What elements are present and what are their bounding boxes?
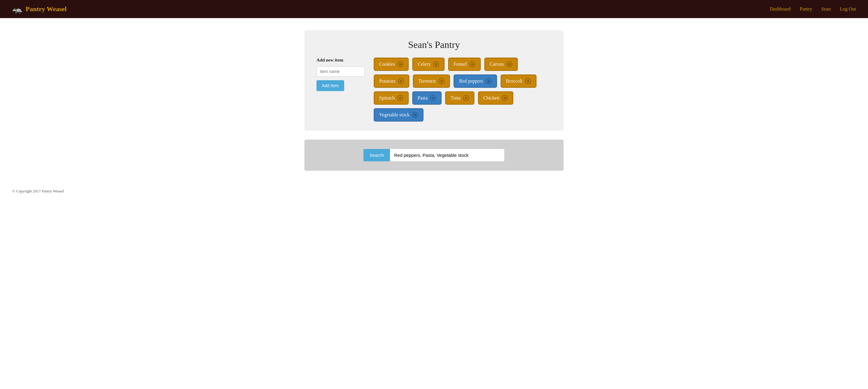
item-tag: Chicken⊗	[478, 91, 513, 104]
remove-item-icon[interactable]: ⊗	[430, 95, 436, 101]
item-name: Tuna	[451, 95, 460, 101]
footer: © Copyright 2017 Pantry Weasel	[0, 183, 868, 200]
item-name: Broccoli	[506, 79, 523, 84]
item-name: Potatoes	[379, 79, 396, 84]
item-name: Chicken	[484, 95, 499, 101]
remove-item-icon[interactable]: ⊗	[433, 61, 439, 67]
item-tag: Spinach⊗	[374, 91, 409, 104]
item-tag: Broccoli⊗	[501, 74, 536, 88]
add-item-form: Add new item Add Item	[316, 58, 365, 91]
items-grid: Cookies⊗Celery⊗Fennel⊗Carrots⊗Potatoes⊗T…	[374, 58, 552, 122]
item-tag: Carrots⊗	[484, 58, 518, 71]
remove-item-icon[interactable]: ⊗	[412, 112, 418, 118]
item-name: Red peppers	[459, 79, 483, 84]
item-name: Fennel	[454, 61, 467, 67]
navigation: 🦡 Pantry Weasel DashboardPantrySeanLog O…	[0, 0, 868, 18]
item-name: Pasta	[418, 95, 428, 101]
brand-name: Pantry Weasel	[26, 5, 67, 13]
pantry-title: Sean's Pantry	[316, 39, 552, 50]
nav-link-log-out[interactable]: Log Out	[840, 6, 856, 11]
pantry-content: Add new item Add Item Cookies⊗Celery⊗Fen…	[316, 58, 552, 122]
remove-item-icon[interactable]: ⊗	[463, 95, 469, 101]
nav-brand: 🦡 Pantry Weasel	[12, 4, 67, 14]
add-item-label: Add new item	[316, 58, 365, 63]
item-tag: Pasta⊗	[412, 91, 442, 104]
item-name: Turmeric	[418, 79, 436, 84]
item-name: Spinach	[379, 95, 395, 101]
search-button[interactable]: Search	[364, 149, 390, 161]
remove-item-icon[interactable]: ⊗	[438, 78, 444, 84]
item-tag: Cookies⊗	[374, 58, 409, 71]
item-name: Celery	[418, 61, 431, 67]
item-name: Carrots	[490, 61, 504, 67]
remove-item-icon[interactable]: ⊗	[525, 78, 531, 84]
item-tag: Red peppers⊗	[454, 74, 497, 88]
remove-item-icon[interactable]: ⊗	[469, 61, 475, 67]
item-tag: Tuna⊗	[445, 91, 474, 104]
item-name-input[interactable]	[316, 66, 365, 77]
search-input[interactable]	[390, 149, 504, 161]
add-item-button[interactable]: Add Item	[316, 80, 344, 91]
nav-link-dashboard[interactable]: Dashboard	[770, 6, 790, 11]
item-tag: Vegetable stock⊗	[374, 108, 424, 122]
nav-link-sean[interactable]: Sean	[821, 6, 831, 11]
nav-link-pantry[interactable]: Pantry	[800, 6, 812, 11]
item-name: Cookies	[379, 61, 395, 67]
copyright-text: © Copyright 2017 Pantry Weasel	[12, 189, 64, 193]
remove-item-icon[interactable]: ⊗	[502, 95, 508, 101]
remove-item-icon[interactable]: ⊗	[397, 95, 403, 101]
search-panel: Search	[304, 140, 564, 171]
item-tag: Potatoes⊗	[374, 74, 409, 88]
item-tag: Turmeric⊗	[413, 74, 450, 88]
item-tag: Fennel⊗	[448, 58, 481, 71]
nav-links: DashboardPantrySeanLog Out	[770, 6, 856, 12]
item-name: Vegetable stock	[379, 112, 410, 118]
item-tag: Celery⊗	[412, 58, 444, 71]
pantry-panel: Sean's Pantry Add new item Add Item Cook…	[304, 30, 564, 130]
remove-item-icon[interactable]: ⊗	[506, 61, 513, 67]
weasel-icon: 🦡	[12, 4, 23, 14]
remove-item-icon[interactable]: ⊗	[397, 61, 403, 67]
main-content: Sean's Pantry Add new item Add Item Cook…	[299, 30, 569, 171]
remove-item-icon[interactable]: ⊗	[486, 78, 492, 84]
remove-item-icon[interactable]: ⊗	[398, 78, 404, 84]
